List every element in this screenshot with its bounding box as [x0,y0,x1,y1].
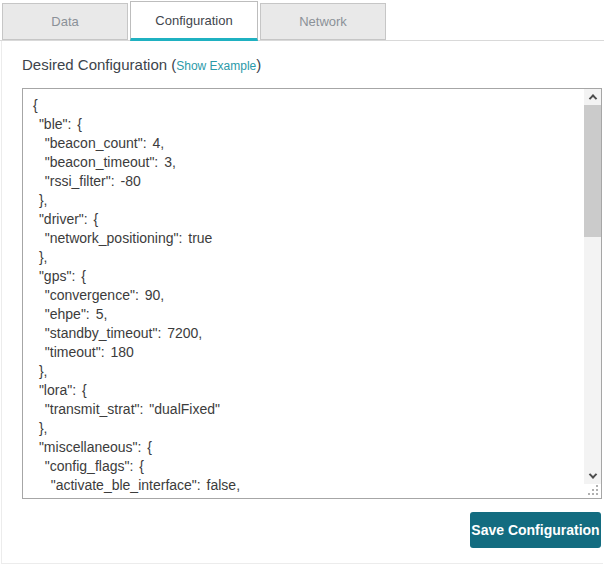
scrollbar-up-button[interactable] [584,89,601,105]
config-json-text: { "ble": { "beacon_count": 4, "beacon_ti… [23,89,583,498]
tab-network[interactable]: Network [260,3,386,40]
show-example-link[interactable]: Show Example [176,59,256,73]
desired-configuration-label-row: Desired Configuration (Show Example) [22,56,261,74]
tab-configuration[interactable]: Configuration [130,1,258,41]
chevron-up-icon [588,94,596,102]
scrollbar-down-button[interactable] [584,468,601,484]
scrollbar-thumb[interactable] [584,105,601,237]
desired-configuration-textarea[interactable]: { "ble": { "beacon_count": 4, "beacon_ti… [22,88,602,499]
tabbar-divider [0,40,604,41]
save-configuration-button[interactable]: Save Configuration [470,512,601,548]
editor-scrollbar[interactable] [584,89,601,484]
tab-data[interactable]: Data [2,3,128,40]
desired-configuration-label: Desired Configuration [22,56,167,73]
paren-close: ) [256,56,261,73]
tab-bar: Data Configuration Network [0,0,604,41]
resize-handle-icon[interactable] [587,484,599,496]
chevron-down-icon [588,470,596,478]
